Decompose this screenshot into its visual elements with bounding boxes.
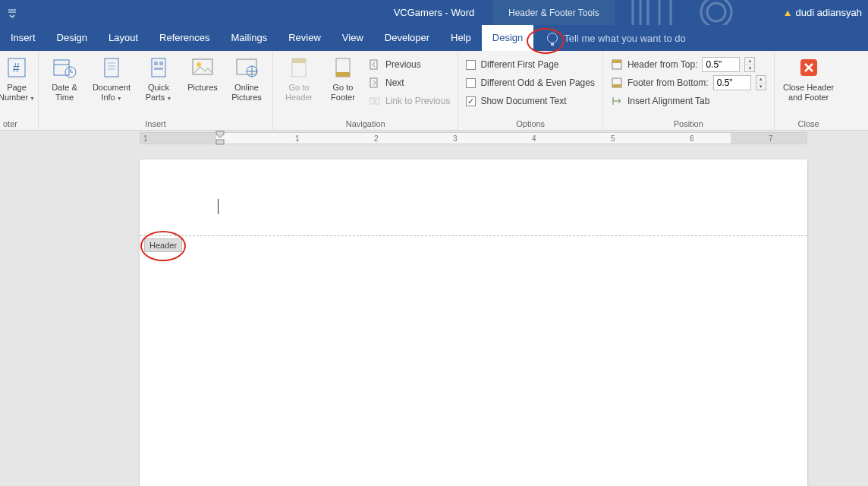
next-button[interactable]: Next bbox=[366, 74, 453, 92]
user-name: dudi adiansyah bbox=[796, 7, 862, 18]
svg-rect-19 bbox=[370, 60, 377, 69]
tab-developer[interactable]: Developer bbox=[374, 25, 440, 51]
document-info-icon bbox=[99, 55, 124, 80]
warning-icon: ▲ bbox=[783, 7, 793, 18]
tab-insert[interactable]: Insert bbox=[0, 25, 46, 51]
tab-review[interactable]: Review bbox=[278, 25, 332, 51]
insert-alignment-tab-button[interactable]: Insert Alignment Tab bbox=[608, 92, 769, 110]
previous-icon bbox=[369, 58, 381, 71]
goto-header-icon bbox=[287, 55, 311, 80]
pictures-button[interactable]: Pictures bbox=[181, 54, 224, 105]
online-pictures-button[interactable]: Online Pictures bbox=[225, 54, 268, 105]
group-options: Different First Page Different Odd & Eve… bbox=[458, 51, 603, 130]
page-number-button[interactable]: # Page Number▼ bbox=[0, 54, 33, 105]
link-previous-button[interactable]: Link to Previous bbox=[366, 92, 453, 110]
group-insert: Date & Time Document Info▼ Quick Parts▼ … bbox=[39, 51, 273, 130]
header-top-input[interactable] bbox=[702, 57, 740, 72]
group-label-position: Position bbox=[608, 119, 769, 130]
checkbox-icon bbox=[466, 60, 476, 70]
calendar-clock-icon bbox=[52, 55, 77, 80]
header-boundary bbox=[140, 235, 807, 236]
ruler-margin-left bbox=[140, 133, 216, 144]
quick-parts-button[interactable]: Quick Parts▼ bbox=[137, 54, 180, 105]
next-icon bbox=[369, 77, 381, 89]
svg-text:#: # bbox=[13, 62, 20, 74]
group-position: Header from Top: ▲▼ Footer from Bottom: … bbox=[603, 51, 775, 130]
tab-hf-design[interactable]: Design bbox=[482, 25, 533, 51]
tab-mailings[interactable]: Mailings bbox=[221, 25, 278, 51]
group-label-navigation: Navigation bbox=[278, 119, 453, 130]
tell-me-placeholder: Tell me what you want to do bbox=[564, 33, 685, 44]
svg-rect-6 bbox=[105, 58, 118, 77]
show-document-text-check[interactable]: ✓ Show Document Text bbox=[463, 92, 598, 110]
ribbon: # Page Number▼ oter Date & Time Document… bbox=[0, 51, 868, 131]
tell-me-search[interactable]: Tell me what you want to do bbox=[533, 25, 868, 51]
header-label-tag: Header bbox=[144, 238, 182, 252]
svg-rect-8 bbox=[154, 62, 158, 65]
qat-customize-icon[interactable] bbox=[3, 4, 21, 22]
svg-rect-9 bbox=[159, 62, 163, 65]
account-button[interactable]: ▲ dudi adiansyah bbox=[783, 7, 862, 18]
previous-button[interactable]: Previous bbox=[366, 55, 453, 74]
footer-from-bottom: Footer from Bottom: ▲▼ bbox=[608, 74, 769, 92]
goto-header-button[interactable]: Go to Header bbox=[278, 54, 320, 110]
close-icon bbox=[797, 55, 821, 80]
tab-references[interactable]: References bbox=[149, 25, 220, 51]
ruler-area: 1 1 2 3 4 5 6 7 bbox=[0, 131, 868, 147]
group-label-close: Close bbox=[779, 119, 838, 130]
footer-bottom-icon bbox=[611, 77, 623, 89]
svg-rect-18 bbox=[336, 72, 350, 77]
group-close: Close Header and Footer Close bbox=[775, 51, 843, 130]
close-header-footer-button[interactable]: Close Header and Footer bbox=[779, 54, 838, 104]
svg-rect-21 bbox=[370, 98, 374, 104]
spinner[interactable]: ▲▼ bbox=[744, 57, 755, 72]
svg-rect-22 bbox=[376, 98, 379, 104]
document-info-button[interactable]: Document Info▼ bbox=[87, 54, 136, 105]
indent-marker[interactable] bbox=[215, 131, 223, 146]
group-label-left-cut: oter bbox=[0, 119, 33, 130]
text-cursor bbox=[218, 199, 219, 214]
title-bar: VCGamers - Word Header & Footer Tools ▲ … bbox=[0, 0, 868, 25]
different-odd-even-check[interactable]: Different Odd & Even Pages bbox=[463, 74, 598, 92]
online-pictures-icon bbox=[234, 55, 259, 80]
window-title: VCGamers - Word bbox=[394, 7, 475, 18]
link-icon bbox=[369, 95, 381, 107]
group-label-options: Options bbox=[463, 119, 598, 130]
hash-icon: # bbox=[5, 55, 29, 80]
tab-help[interactable]: Help bbox=[440, 25, 482, 51]
document-page[interactable]: Header bbox=[140, 159, 807, 486]
svg-rect-16 bbox=[292, 58, 306, 63]
footer-bottom-input[interactable] bbox=[713, 75, 751, 90]
pictures-icon bbox=[190, 55, 215, 80]
svg-rect-11 bbox=[193, 59, 212, 74]
lightbulb-icon bbox=[547, 33, 558, 43]
checkbox-checked-icon: ✓ bbox=[466, 96, 476, 106]
goto-footer-button[interactable]: Go to Footer bbox=[322, 54, 364, 110]
tab-layout[interactable]: Layout bbox=[98, 25, 149, 51]
svg-point-1 bbox=[707, 3, 725, 21]
group-label-insert: Insert bbox=[43, 119, 268, 130]
svg-rect-26 bbox=[612, 84, 621, 87]
spinner[interactable]: ▲▼ bbox=[756, 75, 766, 90]
tab-view[interactable]: View bbox=[332, 25, 374, 51]
title-decor bbox=[625, 0, 777, 25]
group-navigation: Go to Header Go to Footer Previous Next … bbox=[273, 51, 458, 130]
tab-design[interactable]: Design bbox=[46, 25, 98, 51]
contextual-tab-label: Header & Footer Tools bbox=[493, 0, 615, 25]
ribbon-tabs: Insert Design Layout References Mailings… bbox=[0, 25, 868, 51]
checkbox-icon bbox=[466, 78, 476, 88]
group-header-footer-partial: # Page Number▼ oter bbox=[0, 51, 39, 130]
date-time-button[interactable]: Date & Time bbox=[43, 54, 86, 105]
svg-rect-4 bbox=[54, 60, 69, 75]
quick-parts-icon bbox=[146, 55, 171, 80]
svg-rect-10 bbox=[154, 68, 163, 70]
svg-rect-24 bbox=[612, 60, 621, 63]
svg-rect-28 bbox=[216, 140, 224, 144]
header-from-top: Header from Top: ▲▼ bbox=[608, 55, 769, 74]
alignment-tab-icon bbox=[611, 95, 623, 107]
goto-footer-icon bbox=[331, 55, 355, 80]
svg-point-12 bbox=[197, 62, 201, 67]
different-first-page-check[interactable]: Different First Page bbox=[463, 55, 598, 74]
horizontal-ruler[interactable]: 1 1 2 3 4 5 6 7 bbox=[140, 132, 807, 144]
header-top-icon bbox=[611, 58, 623, 71]
